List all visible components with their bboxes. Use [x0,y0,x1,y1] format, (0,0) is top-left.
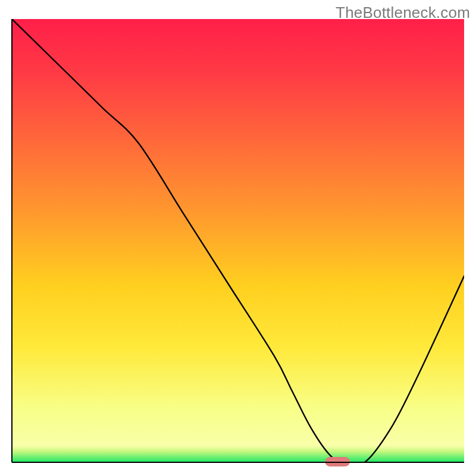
bottleneck-chart [0,0,476,476]
chart-container: TheBottleneck.com [0,0,476,476]
watermark-text: TheBottleneck.com [336,4,470,22]
